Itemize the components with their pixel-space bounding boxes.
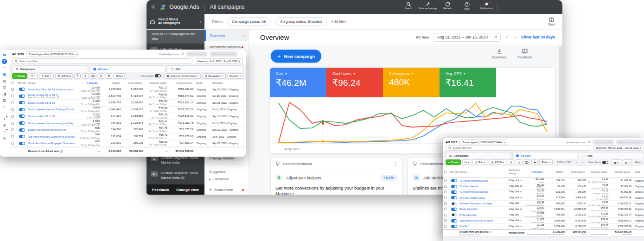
search-icon[interactable]: ⊙: [1, 135, 8, 141]
campaigns-icon[interactable]: ▦: [1, 71, 8, 77]
table-row[interactable]: New App Installs Ad Set 7-day click or .…: [443, 195, 644, 201]
status-toggle[interactable]: [451, 185, 457, 188]
metric-card[interactable]: Avg. CPC▾ ₹16.41: [440, 68, 496, 97]
col-adset[interactable]: Ad set▾: [459, 171, 509, 173]
toolbar-button[interactable]: +Create: [12, 73, 27, 79]
col-results[interactable]: ● Results ↓: [525, 171, 546, 173]
settings-icon[interactable]: ⊛: [1, 122, 8, 128]
pages-icon[interactable]: ▤: [1, 77, 8, 84]
adset-name-link[interactable]: Stock Market 35 to 59 ex south: [459, 219, 507, 222]
col-attribution[interactable]: Attribution setting: [509, 169, 525, 175]
table-row[interactable]: TL-VideoPromotion[28-55] 7-day click or …: [443, 190, 644, 195]
feedback-button[interactable]: Feedback: [517, 49, 532, 59]
status-toggle[interactable]: [451, 225, 457, 228]
tab[interactable]: ▢Ads: [167, 65, 243, 72]
tab[interactable]: ▦Ad sets: [89, 65, 166, 72]
range-preset-label[interactable]: All time: [416, 35, 429, 39]
sidebar-segment-item[interactable]: ▶ Custom Segment: Stock Market India #2: [151, 171, 200, 180]
prev-range-button[interactable]: ‹: [504, 34, 509, 40]
nav-item-overview[interactable]: Overview ⌂: [204, 30, 249, 41]
row-checkbox[interactable]: [443, 214, 448, 216]
col-ends[interactable]: Ends: [633, 171, 644, 173]
kebab-menu-icon[interactable]: ⋮: [393, 161, 397, 166]
search-input[interactable]: Search and filter: [12, 58, 192, 63]
toolbar-button[interactable]: Reports▾: [227, 73, 243, 79]
tab[interactable]: ▦Ad sets: [512, 152, 578, 159]
audiences-icon[interactable]: ◫: [1, 84, 8, 90]
toolbar-button[interactable]: ⌦: [523, 159, 530, 165]
table-row[interactable]: Stock Int Aud 25 to 58 ✎ View charts · E…: [9, 93, 246, 100]
row-checkbox[interactable]: [9, 95, 16, 97]
toolbar-button[interactable]: ▥Breakdown▾: [202, 73, 226, 79]
row-checkbox[interactable]: [9, 142, 16, 145]
toolbar-button[interactable]: ⚗A/B Test: [489, 159, 506, 165]
toolbar-button[interactable]: Repor: [633, 159, 644, 165]
more-options-icon[interactable]: ⋯: [240, 52, 243, 56]
row-checkbox[interactable]: [443, 197, 448, 199]
notifications-button[interactable]: Notifications: [477, 1, 496, 11]
search-button[interactable]: Search: [399, 1, 418, 11]
status-toggle[interactable]: [19, 95, 25, 98]
adset-name-link[interactable]: Stock Aud Narrow Engaged Shoppers: [28, 142, 77, 145]
help-support-icon[interactable]: ∩: [1, 128, 8, 135]
adset-name-link[interactable]: Cold Aud: [459, 225, 507, 228]
table-row[interactable]: Broad_MetroCity 7-day click or .. 12,830…: [443, 207, 644, 212]
col-impressions[interactable]: Impressions↕: [566, 171, 587, 173]
metric-label[interactable]: Cost / conv.▾: [332, 71, 383, 76]
review-publish-button[interactable]: Review and publish: [616, 140, 644, 145]
refresh-button[interactable]: Refresh: [438, 1, 457, 11]
toolbar-button[interactable]: ⧉▾: [29, 73, 38, 79]
adset-name-link[interactable]: Job Professionals Employees and Intrest …: [28, 135, 77, 138]
adset-name-link[interactable]: TL-VideoPromotion[28-55]: [459, 190, 507, 193]
status-toggle[interactable]: [19, 108, 25, 111]
scrollbar-thumb[interactable]: [559, 46, 562, 137]
status-toggle[interactable]: [451, 213, 457, 216]
row-checkbox[interactable]: [443, 219, 448, 222]
status-toggle[interactable]: [451, 190, 457, 194]
status-toggle[interactable]: [451, 208, 457, 211]
toolbar-button[interactable]: Rules▾: [539, 159, 553, 165]
show-more-button[interactable]: + Show more: [204, 184, 249, 195]
account-overview-icon[interactable]: ◔: [1, 64, 8, 71]
status-toggle[interactable]: [19, 114, 25, 118]
table-row[interactable]: Stock Aud 24 to 60 All India narrow trad…: [9, 86, 246, 93]
adset-name-link[interactable]: Stock Interest Narrow swing and Day Trad…: [28, 122, 77, 125]
col-cost-per-result[interactable]: Cost per result↕: [145, 82, 169, 84]
table-row[interactable]: TL Video View Ad 7-day click or .. 65,12…: [443, 184, 644, 189]
adset-name-link[interactable]: Stock Int Aud 25 to 58 ✎: [28, 93, 77, 96]
discard-drafts-button[interactable]: Discard drafts: [186, 51, 207, 57]
change-view-link[interactable]: Change view: [176, 188, 199, 192]
adset-name-link[interactable]: Stock Int Aud 28 to 59: [28, 101, 77, 104]
account-dropdown[interactable]: Trade Legend Ads (1625682641151616)▾: [26, 51, 78, 57]
toolbar-button[interactable]: ▥▾: [623, 159, 632, 165]
toolbar-button[interactable]: ↺: [516, 159, 522, 165]
status-toggle[interactable]: [451, 179, 457, 182]
ads-manager-icon[interactable]: ◗: [1, 115, 8, 122]
recommendation-title[interactable]: Adjust your budgets: [286, 176, 321, 180]
col-impressions[interactable]: Impressions↕: [122, 82, 145, 84]
toolbar-button[interactable]: ⌦: [90, 73, 96, 79]
toolbar-button[interactable]: ▦▾: [612, 159, 621, 165]
row-checkbox[interactable]: [443, 208, 448, 210]
filter-chip-campaign-status[interactable]: Campaign status: All: [227, 17, 271, 26]
search-input[interactable]: Search and filter: [446, 146, 591, 151]
row-checkbox[interactable]: [443, 185, 448, 188]
account-avatar[interactable]: T: [1, 58, 8, 64]
status-toggle[interactable]: [451, 196, 457, 199]
tools-settings-button[interactable]: Tools and settings: [418, 1, 438, 11]
account-dropdown[interactable]: Trade Legend (1038926453259440)▾: [459, 140, 508, 145]
toolbar-button[interactable]: ›: [580, 159, 585, 165]
all-tools-icon[interactable]: ≡: [1, 103, 8, 110]
toolbar-button[interactable]: ✎Edit▾: [472, 159, 487, 165]
row-checkbox[interactable]: [443, 225, 448, 228]
feedback-link[interactable]: Feedback: [152, 188, 169, 192]
catalogs-icon[interactable]: ▥: [1, 97, 8, 103]
toolbar-button[interactable]: View Setup: [139, 73, 163, 79]
sidebar-segment-item[interactable]: ▶ Custom Segment: Stock Market India: [151, 156, 200, 165]
status-toggle[interactable]: [19, 135, 25, 138]
col-reach[interactable]: Reach↕: [546, 171, 566, 173]
row-checkbox[interactable]: [9, 128, 16, 131]
toolbar-button[interactable]: ⚑: [531, 159, 538, 165]
adset-name-link[interactable]: Broad_MetroCity: [459, 208, 507, 210]
date-range-picker[interactable]: Aug 31, 2021 – Jun 15, 2023▾: [433, 33, 501, 42]
